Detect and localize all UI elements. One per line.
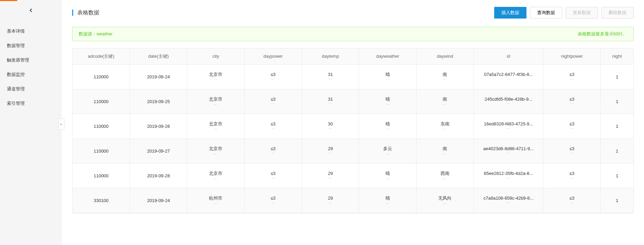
th-dayweather[interactable]: dayweather: [359, 48, 417, 64]
back-button[interactable]: [0, 0, 62, 21]
table-row[interactable]: 1100002019-09-26北京市﹀≤3﹀30﹀晴﹀东南﹀16ed8328-…: [73, 114, 633, 138]
cell-night[interactable]: 1: [601, 64, 633, 89]
cell-city[interactable]: 北京市﹀: [187, 138, 245, 163]
th-date[interactable]: date(主键): [130, 48, 187, 64]
cell-daytemp[interactable]: 29﹀: [302, 188, 359, 213]
table-body: 1100002019-09-24北京市﹀≤3﹀31﹀晴﹀南﹀07a5a7c2-8…: [73, 64, 633, 213]
cell-daytemp[interactable]: 30﹀: [302, 114, 359, 138]
cell-id[interactable]: 07a5a7c2-8477-4f3b-8...﹀: [474, 64, 543, 89]
th-id[interactable]: id: [474, 48, 543, 64]
th-city[interactable]: city: [187, 48, 245, 64]
cell-dayweather[interactable]: 晴﹀: [359, 188, 417, 213]
th-night[interactable]: night: [601, 48, 633, 64]
cell-id[interactable]: 65ee2812-35fb-4d2a-8...﹀: [474, 163, 543, 188]
cell-value: ≤3: [270, 196, 275, 201]
cell-dayweather[interactable]: 晴﹀: [359, 114, 417, 138]
table-row[interactable]: 1100002019-09-24北京市﹀≤3﹀31﹀晴﹀南﹀07a5a7c2-8…: [73, 64, 633, 89]
cell-daywind[interactable]: 无风向﹀: [417, 188, 474, 213]
cell-night[interactable]: 1: [601, 89, 633, 114]
table-row[interactable]: 1100002019-09-27北京市﹀≤3﹀29﹀多云﹀南﹀ae4023d6-…: [73, 138, 633, 163]
sidebar-item-channel[interactable]: 通道管理: [0, 82, 62, 96]
th-adcode[interactable]: adcode(主键): [73, 48, 130, 64]
cell-daypower[interactable]: ≤3﹀: [244, 138, 302, 163]
cell-date[interactable]: 2019-09-28: [130, 163, 187, 188]
cell-daywind[interactable]: 南﹀: [417, 64, 474, 89]
sidebar-item-index[interactable]: 索引管理: [0, 96, 62, 111]
cell-nightpower[interactable]: ≤3﹀: [543, 138, 601, 163]
table-row[interactable]: 3301002019-09-24杭州市﹀≤3﹀29﹀晴﹀无风向﹀c7a8a108…: [73, 188, 633, 213]
cell-nightpower[interactable]: ≤3﹀: [543, 64, 601, 89]
cell-adcode[interactable]: 110000: [73, 114, 130, 138]
cell-dayweather[interactable]: 多云﹀: [359, 138, 417, 163]
cell-dayweather[interactable]: 晴﹀: [359, 64, 417, 89]
cell-adcode[interactable]: 330100: [73, 188, 130, 213]
delete-button[interactable]: 删除数据: [601, 7, 634, 19]
cell-date[interactable]: 2019-09-24: [130, 188, 187, 213]
cell-daypower[interactable]: ≤3﹀: [244, 64, 302, 89]
cell-date[interactable]: 2019-09-27: [130, 138, 187, 163]
cell-id[interactable]: 245cdfd5-f08e-428b-9...﹀: [474, 89, 543, 114]
cell-daytemp[interactable]: 31﹀: [302, 64, 359, 89]
update-button[interactable]: 更新数据: [566, 7, 598, 19]
cell-night[interactable]: 1: [601, 114, 633, 138]
th-daypower[interactable]: daypower: [244, 48, 302, 64]
chevron-down-icon: ﹀: [329, 127, 332, 131]
cell-adcode[interactable]: 110000: [73, 89, 130, 114]
cell-nightpower[interactable]: ≤3﹀: [543, 163, 601, 188]
sidebar-item-data[interactable]: 数据管理: [0, 38, 62, 53]
chevron-down-icon: ﹀: [329, 201, 332, 205]
cell-daypower[interactable]: ≤3﹀: [244, 188, 302, 213]
chevron-left-icon: [28, 7, 34, 13]
cell-value: 北京市: [209, 146, 222, 152]
cell-daypower[interactable]: ≤3﹀: [244, 163, 302, 188]
sidebar: 基本详情 数据管理 触发器管理 数据监控 通道管理 索引管理: [0, 0, 62, 245]
cell-nightpower[interactable]: ≤3﹀: [543, 188, 601, 213]
cell-adcode[interactable]: 110000: [73, 163, 130, 188]
cell-adcode[interactable]: 110000: [73, 138, 130, 163]
cell-daywind[interactable]: 南﹀: [417, 138, 474, 163]
query-button[interactable]: 查询数据: [530, 7, 562, 19]
cell-night[interactable]: 1: [601, 163, 633, 188]
cell-id[interactable]: c7a8a108-659c-42b9-8...﹀: [474, 188, 543, 213]
main-content: 表格数据 插入数据 查询数据 更新数据 删除数据 数据源：weather 表格数…: [62, 0, 644, 245]
insert-button[interactable]: 插入数据: [494, 7, 526, 19]
cell-daytemp[interactable]: 29﹀: [302, 163, 359, 188]
cell-night[interactable]: 1: [601, 188, 633, 213]
sidebar-item-monitor[interactable]: 数据监控: [0, 67, 62, 82]
cell-nightpower[interactable]: ≤3﹀: [543, 114, 601, 138]
cell-daytemp[interactable]: 29﹀: [302, 138, 359, 163]
cell-nightpower[interactable]: ≤3﹀: [543, 89, 601, 114]
cell-daypower[interactable]: ≤3﹀: [244, 114, 302, 138]
cell-date[interactable]: 2019-09-24: [130, 64, 187, 89]
cell-date[interactable]: 2019-09-26: [130, 114, 187, 138]
sidebar-item-trigger[interactable]: 触发器管理: [0, 53, 62, 67]
cell-adcode[interactable]: 110000: [73, 64, 130, 89]
th-daytemp[interactable]: daytemp: [302, 48, 359, 64]
data-table-wrapper[interactable]: adcode(主键) date(主键) city daypower daytem…: [72, 48, 634, 213]
cell-daypower[interactable]: ≤3﹀: [244, 89, 302, 114]
cell-city[interactable]: 北京市﹀: [187, 114, 245, 138]
cell-id[interactable]: ae4023d6-8d98-4711-9...﹀: [474, 138, 543, 163]
cell-daytemp[interactable]: 31﹀: [302, 89, 359, 114]
btn-label: 删除数据: [609, 10, 626, 16]
cell-daywind[interactable]: 东南﹀: [417, 114, 474, 138]
sidebar-item-basic[interactable]: 基本详情: [0, 24, 62, 38]
cell-dayweather[interactable]: 晴﹀: [359, 163, 417, 188]
th-daywind[interactable]: daywind: [417, 48, 474, 64]
cell-city[interactable]: 北京市﹀: [187, 163, 245, 188]
cell-city[interactable]: 北京市﹀: [187, 89, 245, 114]
cell-id[interactable]: 16ed8328-f483-4725-9...﹀: [474, 114, 543, 138]
th-nightpower[interactable]: nightpower: [543, 48, 601, 64]
cell-city[interactable]: 杭州市﹀: [187, 188, 245, 213]
cell-value: 西南: [441, 170, 449, 177]
cell-date[interactable]: 2019-09-25: [130, 89, 187, 114]
cell-daywind[interactable]: 西南﹀: [417, 163, 474, 188]
cell-night[interactable]: 1: [601, 138, 633, 163]
table-row[interactable]: 1100002019-09-28北京市﹀≤3﹀29﹀晴﹀西南﹀65ee2812-…: [73, 163, 633, 188]
cell-value: 多云: [383, 146, 392, 152]
cell-daywind[interactable]: 南﹀: [417, 89, 474, 114]
cell-city[interactable]: 北京市﹀: [187, 64, 245, 89]
cell-value: ≤3: [569, 146, 574, 151]
table-row[interactable]: 1100002019-09-25北京市﹀≤3﹀31﹀晴﹀南﹀245cdfd5-f…: [73, 89, 633, 114]
cell-dayweather[interactable]: 晴﹀: [359, 89, 417, 114]
